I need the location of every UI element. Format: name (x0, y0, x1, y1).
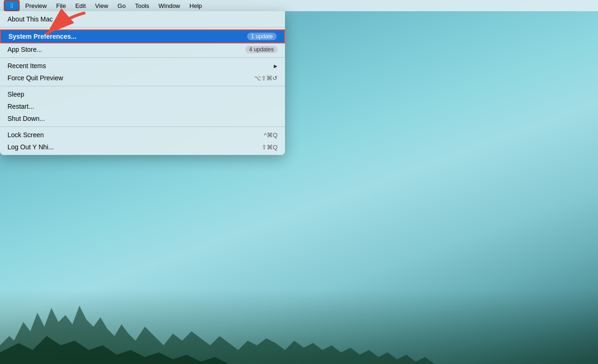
separator-2 (0, 57, 285, 58)
menu-item-shutdown[interactable]: Shut Down... (0, 112, 285, 125)
menu-item-restart[interactable]: Restart... (0, 100, 285, 112)
system-prefs-badge: 1 update (247, 33, 277, 40)
submenu-arrow-icon: ▶ (274, 63, 278, 69)
menu-item-about-label: About This Mac (7, 15, 53, 23)
menu-item-force-quit-label: Force Quit Preview (7, 74, 63, 82)
menu-item-shutdown-label: Shut Down... (7, 115, 45, 122)
menubar:  Preview File Edit View Go Tools Window (0, 0, 598, 11)
menu-item-force-quit[interactable]: Force Quit Preview ⌥⇧⌘↺ (0, 72, 285, 84)
app-store-badge: 4 updates (245, 46, 278, 53)
menu-item-restart-label: Restart... (7, 103, 34, 110)
apple-dropdown-menu: About This Mac System Preferences... 1 u… (0, 11, 285, 155)
apple-logo-icon:  (10, 2, 13, 9)
apple-menu-button[interactable]:  (4, 0, 20, 11)
menu-item-logout-label: Log Out Y Nhi... (7, 143, 54, 151)
menu-item-recent-items-label: Recent Items (7, 62, 46, 70)
menubar-edit[interactable]: Edit (71, 0, 89, 11)
separator-3 (0, 86, 285, 86)
menu-item-sleep-label: Sleep (7, 91, 24, 98)
menu-item-lock-screen-label: Lock Screen (7, 131, 44, 139)
force-quit-shortcut: ⌥⇧⌘↺ (254, 75, 278, 82)
menubar-help[interactable]: Help (186, 0, 206, 11)
menu-item-about[interactable]: About This Mac (0, 13, 285, 25)
logout-shortcut: ⇧⌘Q (262, 144, 278, 151)
menubar-go[interactable]: Go (114, 0, 129, 11)
forest-silhouette (0, 299, 598, 364)
menu-item-system-prefs-label: System Preferences... (8, 33, 77, 40)
menu-item-lock-screen[interactable]: Lock Screen ^⌘Q (0, 129, 285, 141)
menu-item-logout[interactable]: Log Out Y Nhi... ⇧⌘Q (0, 141, 285, 153)
separator-4 (0, 126, 285, 127)
menubar-tools[interactable]: Tools (131, 0, 153, 11)
menu-item-recent-items[interactable]: Recent Items ▶ (0, 60, 285, 72)
separator-1 (0, 27, 285, 28)
menu-item-system-prefs[interactable]: System Preferences... 1 update (0, 29, 285, 43)
menu-item-sleep[interactable]: Sleep (0, 88, 285, 100)
menubar-view[interactable]: View (92, 0, 112, 11)
menubar-file[interactable]: File (52, 0, 70, 11)
menu-item-app-store-label: App Store... (7, 46, 42, 53)
menubar-items:  Preview File Edit View Go Tools Window (4, 0, 206, 11)
menu-item-app-store[interactable]: App Store... 4 updates (0, 43, 285, 56)
desktop:  Preview File Edit View Go Tools Window (0, 0, 598, 364)
menubar-window[interactable]: Window (155, 0, 184, 11)
menubar-preview[interactable]: Preview (21, 0, 50, 11)
lock-screen-shortcut: ^⌘Q (264, 132, 278, 139)
